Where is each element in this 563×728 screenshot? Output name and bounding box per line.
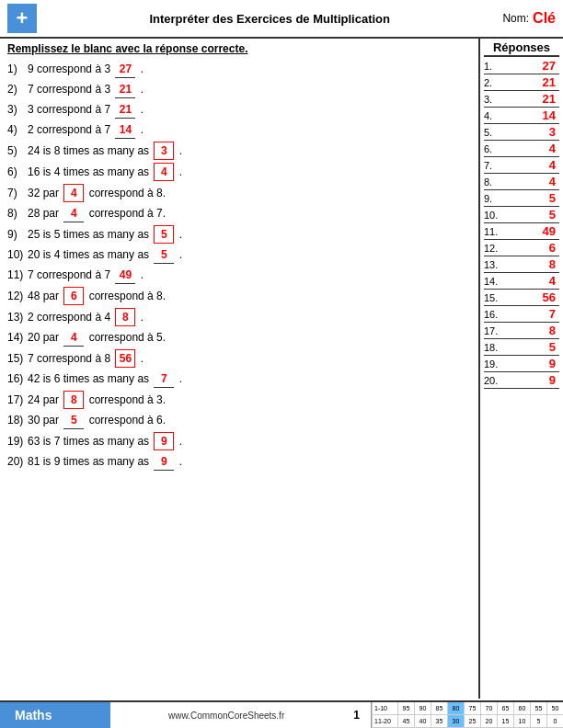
response-row: 5.3	[484, 125, 559, 141]
footer-table-cell: 25	[464, 715, 480, 728]
footer-url: www.CommonCoreSheets.fr	[110, 702, 342, 728]
page-header: + Interpréter des Exercices de Multiplic…	[0, 0, 563, 39]
question-number: 10)	[7, 246, 28, 263]
question-text: 24 par 8 correspond à 3.	[28, 391, 471, 409]
answer-value: 8	[115, 308, 135, 326]
question-text: 2 correspond à 4 8 .	[28, 308, 471, 326]
response-row: 1.27	[484, 59, 559, 74]
question-number: 3)	[7, 101, 28, 118]
question-text: 7 correspond à 7 49 .	[28, 267, 471, 284]
question-text: 48 par 6 correspond à 8.	[28, 287, 471, 305]
response-number: 7.	[484, 160, 504, 171]
response-number: 2.	[484, 77, 504, 88]
footer-table-row: 11-20454035302520151050	[372, 715, 563, 728]
footer-score-table: 1-109590858075706560555011-2045403530252…	[371, 702, 563, 728]
question-number: 14)	[7, 329, 28, 346]
footer-table-cell: 55	[530, 702, 546, 715]
response-row: 14.4	[484, 274, 559, 290]
question-text: 24 is 8 times as many as 3 .	[28, 142, 471, 160]
response-value: 9	[504, 357, 559, 370]
response-number: 6.	[484, 143, 504, 154]
footer-table-cell: 60	[513, 702, 530, 715]
answer-value: 14	[115, 121, 135, 139]
response-row: 17.8	[484, 324, 559, 339]
questions-list: 1)9 correspond à 3 27 .2)7 correspond à …	[7, 61, 471, 471]
answer-value: 4	[63, 184, 84, 202]
response-value: 49	[504, 224, 559, 238]
response-value: 9	[504, 373, 559, 387]
answer-value: 9	[154, 432, 174, 450]
response-number: 19.	[484, 358, 504, 370]
response-number: 8.	[484, 176, 504, 188]
question-text: 20 is 4 times as many as 5 .	[28, 246, 471, 264]
question-number: 11)	[7, 267, 28, 283]
question-text: 81 is 9 times as many as 9 .	[28, 453, 471, 471]
response-row: 10.5	[484, 208, 559, 223]
question-number: 13)	[7, 309, 28, 325]
cle-label: Clé	[533, 10, 556, 27]
response-row: 15.56	[484, 290, 559, 306]
footer-table-cell: 5	[530, 715, 546, 728]
response-value: 8	[504, 257, 559, 271]
answer-value: 5	[63, 412, 84, 429]
footer-table-cell: 45	[397, 715, 414, 728]
question-row: 3)3 correspond à 7 21 .	[7, 101, 471, 119]
response-value: 21	[504, 75, 559, 89]
answer-value: 27	[115, 61, 135, 78]
footer-table-cell: 0	[546, 715, 563, 728]
question-row: 7)32 par 4 correspond à 8.	[7, 184, 471, 202]
response-row: 12.6	[484, 241, 559, 256]
footer-table-cell: 85	[431, 702, 447, 715]
question-row: 6)16 is 4 times as many as 4 .	[7, 163, 471, 181]
response-row: 7.4	[484, 158, 559, 174]
response-row: 20.9	[484, 373, 559, 389]
question-row: 8)28 par 4 correspond à 7.	[7, 205, 471, 222]
question-text: 2 correspond à 7 14 .	[28, 121, 471, 139]
question-row: 10)20 is 4 times as many as 5 .	[7, 246, 471, 264]
answer-value: 4	[154, 163, 174, 181]
question-number: 9)	[7, 226, 28, 243]
question-number: 2)	[7, 81, 28, 97]
question-number: 16)	[7, 370, 28, 387]
question-number: 12)	[7, 288, 28, 304]
response-row: 13.8	[484, 257, 559, 273]
response-number: 9.	[484, 193, 504, 204]
response-value: 3	[504, 125, 559, 139]
question-row: 11)7 correspond à 7 49 .	[7, 267, 471, 284]
response-value: 27	[504, 59, 559, 73]
response-number: 1.	[484, 61, 504, 72]
response-value: 56	[504, 290, 559, 304]
question-text: 30 par 5 correspond à 6.	[28, 412, 471, 429]
response-value: 5	[504, 191, 559, 205]
question-row: 4)2 correspond à 7 14 .	[7, 121, 471, 139]
footer-table-cell: 35	[431, 715, 447, 728]
question-row: 2)7 correspond à 3 21 .	[7, 81, 471, 98]
footer-table-label: 11-20	[372, 715, 397, 728]
response-number: 17.	[484, 325, 504, 336]
question-number: 7)	[7, 185, 28, 201]
reponses-header: Réponses	[484, 40, 559, 57]
answer-value: 6	[63, 287, 84, 305]
footer-table-cell: 65	[497, 702, 513, 715]
response-row: 18.5	[484, 340, 559, 356]
question-text: 28 par 4 correspond à 7.	[28, 205, 471, 222]
response-row: 8.4	[484, 175, 559, 190]
response-number: 5.	[484, 127, 504, 138]
question-text: 16 is 4 times as many as 4 .	[28, 163, 471, 181]
response-number: 12.	[484, 243, 504, 254]
question-row: 15)7 correspond à 8 56 .	[7, 349, 471, 368]
answer-value: 49	[115, 267, 135, 284]
response-row: 19.9	[484, 357, 559, 372]
question-text: 25 is 5 times as many as 5 .	[28, 225, 471, 244]
question-row: 17)24 par 8 correspond à 3.	[7, 391, 471, 409]
footer-table-cell: 40	[414, 715, 431, 728]
question-text: 9 correspond à 3 27 .	[28, 61, 471, 78]
question-text: 3 correspond à 7 21 .	[28, 101, 471, 119]
question-text: 7 correspond à 3 21 .	[28, 81, 471, 98]
question-number: 5)	[7, 142, 28, 159]
question-text: 7 correspond à 8 56 .	[28, 349, 471, 368]
footer-table-cell: 70	[480, 702, 497, 715]
question-row: 5)24 is 8 times as many as 3 .	[7, 142, 471, 160]
question-number: 4)	[7, 121, 28, 138]
answer-value: 21	[115, 81, 135, 98]
